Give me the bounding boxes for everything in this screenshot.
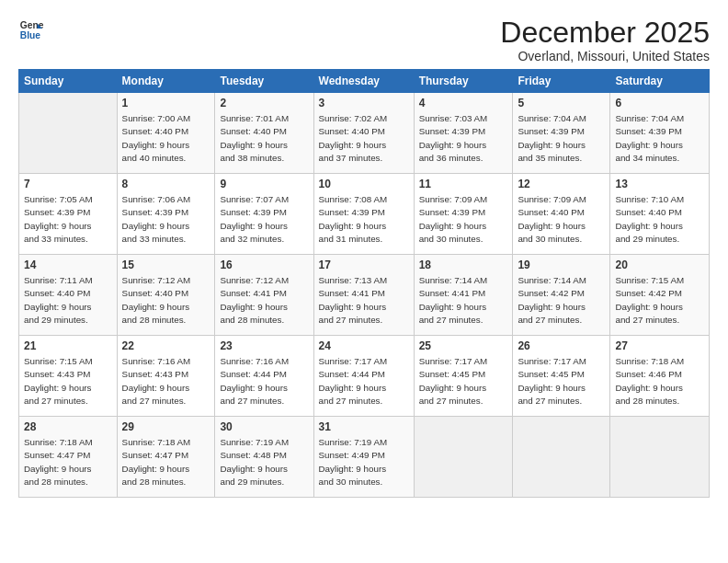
table-row: 24Sunrise: 7:17 AM Sunset: 4:44 PM Dayli… — [313, 336, 414, 417]
day-info: Sunrise: 7:00 AM Sunset: 4:40 PM Dayligh… — [122, 112, 210, 165]
table-row: 18Sunrise: 7:14 AM Sunset: 4:41 PM Dayli… — [414, 255, 513, 336]
day-info: Sunrise: 7:18 AM Sunset: 4:47 PM Dayligh… — [24, 436, 112, 488]
day-number: 11 — [419, 178, 508, 190]
day-info: Sunrise: 7:11 AM Sunset: 4:40 PM Dayligh… — [24, 274, 112, 327]
day-info: Sunrise: 7:13 AM Sunset: 4:41 PM Dayligh… — [319, 274, 409, 327]
day-info: Sunrise: 7:16 AM Sunset: 4:44 PM Dayligh… — [220, 355, 308, 408]
table-row: 31Sunrise: 7:19 AM Sunset: 4:49 PM Dayli… — [313, 417, 414, 498]
col-wednesday: Wednesday — [313, 70, 414, 93]
day-number: 12 — [518, 178, 605, 190]
table-row — [513, 417, 610, 498]
table-row: 8Sunrise: 7:06 AM Sunset: 4:39 PM Daylig… — [117, 174, 215, 255]
day-info: Sunrise: 7:17 AM Sunset: 4:44 PM Dayligh… — [319, 355, 409, 408]
day-number: 7 — [24, 178, 112, 190]
table-row: 15Sunrise: 7:12 AM Sunset: 4:40 PM Dayli… — [117, 255, 215, 336]
table-row: 19Sunrise: 7:14 AM Sunset: 4:42 PM Dayli… — [513, 255, 610, 336]
table-row: 14Sunrise: 7:11 AM Sunset: 4:40 PM Dayli… — [19, 255, 118, 336]
calendar-week-row: 21Sunrise: 7:15 AM Sunset: 4:43 PM Dayli… — [19, 336, 710, 417]
day-number: 18 — [419, 259, 508, 271]
day-info: Sunrise: 7:15 AM Sunset: 4:43 PM Dayligh… — [24, 355, 112, 408]
table-row: 13Sunrise: 7:10 AM Sunset: 4:40 PM Dayli… — [610, 174, 710, 255]
table-row: 16Sunrise: 7:12 AM Sunset: 4:41 PM Dayli… — [215, 255, 313, 336]
table-row: 26Sunrise: 7:17 AM Sunset: 4:45 PM Dayli… — [513, 336, 610, 417]
calendar-header-row: Sunday Monday Tuesday Wednesday Thursday… — [19, 70, 710, 93]
day-number: 31 — [319, 420, 409, 433]
calendar-week-row: 14Sunrise: 7:11 AM Sunset: 4:40 PM Dayli… — [19, 255, 710, 336]
col-friday: Friday — [513, 70, 610, 93]
day-number: 8 — [122, 178, 210, 190]
day-number: 29 — [122, 420, 210, 433]
day-number: 16 — [220, 259, 308, 271]
table-row: 23Sunrise: 7:16 AM Sunset: 4:44 PM Dayli… — [215, 336, 313, 417]
col-tuesday: Tuesday — [215, 70, 313, 93]
table-row: 4Sunrise: 7:03 AM Sunset: 4:39 PM Daylig… — [414, 93, 513, 174]
table-row: 6Sunrise: 7:04 AM Sunset: 4:39 PM Daylig… — [610, 93, 710, 174]
day-info: Sunrise: 7:01 AM Sunset: 4:40 PM Dayligh… — [220, 112, 308, 165]
day-info: Sunrise: 7:19 AM Sunset: 4:49 PM Dayligh… — [319, 436, 409, 488]
location-title: Overland, Missouri, United States — [500, 49, 710, 63]
day-info: Sunrise: 7:05 AM Sunset: 4:39 PM Dayligh… — [24, 193, 112, 246]
table-row: 22Sunrise: 7:16 AM Sunset: 4:43 PM Dayli… — [117, 336, 215, 417]
day-number: 9 — [220, 178, 308, 190]
calendar-table: Sunday Monday Tuesday Wednesday Thursday… — [18, 69, 710, 498]
day-info: Sunrise: 7:17 AM Sunset: 4:45 PM Dayligh… — [419, 355, 508, 408]
table-row — [19, 93, 118, 174]
table-row: 10Sunrise: 7:08 AM Sunset: 4:39 PM Dayli… — [313, 174, 414, 255]
day-info: Sunrise: 7:15 AM Sunset: 4:42 PM Dayligh… — [615, 274, 704, 327]
table-row: 25Sunrise: 7:17 AM Sunset: 4:45 PM Dayli… — [414, 336, 513, 417]
svg-text:General: General — [20, 20, 44, 30]
title-block: December 2025 Overland, Missouri, United… — [500, 17, 710, 63]
day-number: 14 — [24, 259, 112, 271]
day-number: 20 — [615, 259, 704, 271]
day-info: Sunrise: 7:08 AM Sunset: 4:39 PM Dayligh… — [319, 193, 409, 246]
day-info: Sunrise: 7:14 AM Sunset: 4:42 PM Dayligh… — [518, 274, 605, 327]
day-number: 21 — [24, 339, 112, 352]
day-number: 2 — [220, 97, 308, 109]
day-info: Sunrise: 7:04 AM Sunset: 4:39 PM Dayligh… — [615, 112, 704, 165]
day-info: Sunrise: 7:18 AM Sunset: 4:47 PM Dayligh… — [122, 436, 210, 488]
day-info: Sunrise: 7:03 AM Sunset: 4:39 PM Dayligh… — [419, 112, 508, 165]
day-info: Sunrise: 7:17 AM Sunset: 4:45 PM Dayligh… — [518, 355, 605, 408]
table-row: 29Sunrise: 7:18 AM Sunset: 4:47 PM Dayli… — [117, 417, 215, 498]
page-header: General Blue December 2025 Overland, Mis… — [18, 17, 710, 63]
col-saturday: Saturday — [610, 70, 710, 93]
day-info: Sunrise: 7:12 AM Sunset: 4:40 PM Dayligh… — [122, 274, 210, 327]
table-row: 17Sunrise: 7:13 AM Sunset: 4:41 PM Dayli… — [313, 255, 414, 336]
table-row: 5Sunrise: 7:04 AM Sunset: 4:39 PM Daylig… — [513, 93, 610, 174]
day-number: 15 — [122, 259, 210, 271]
day-info: Sunrise: 7:09 AM Sunset: 4:40 PM Dayligh… — [518, 193, 605, 246]
table-row: 1Sunrise: 7:00 AM Sunset: 4:40 PM Daylig… — [117, 93, 215, 174]
logo-icon: General Blue — [18, 17, 44, 42]
day-number: 10 — [319, 178, 409, 190]
day-number: 25 — [419, 339, 508, 352]
calendar-week-row: 1Sunrise: 7:00 AM Sunset: 4:40 PM Daylig… — [19, 93, 710, 174]
day-number: 19 — [518, 259, 605, 271]
day-number: 30 — [220, 420, 308, 433]
table-row: 2Sunrise: 7:01 AM Sunset: 4:40 PM Daylig… — [215, 93, 313, 174]
day-info: Sunrise: 7:07 AM Sunset: 4:39 PM Dayligh… — [220, 193, 308, 246]
day-number: 5 — [518, 97, 605, 109]
table-row: 30Sunrise: 7:19 AM Sunset: 4:48 PM Dayli… — [215, 417, 313, 498]
table-row — [610, 417, 710, 498]
col-monday: Monday — [117, 70, 215, 93]
day-info: Sunrise: 7:06 AM Sunset: 4:39 PM Dayligh… — [122, 193, 210, 246]
table-row — [414, 417, 513, 498]
day-number: 4 — [419, 97, 508, 109]
day-number: 23 — [220, 339, 308, 352]
month-title: December 2025 — [500, 17, 710, 49]
svg-text:Blue: Blue — [20, 30, 41, 40]
table-row: 11Sunrise: 7:09 AM Sunset: 4:39 PM Dayli… — [414, 174, 513, 255]
table-row: 27Sunrise: 7:18 AM Sunset: 4:46 PM Dayli… — [610, 336, 710, 417]
day-number: 6 — [615, 97, 704, 109]
table-row: 12Sunrise: 7:09 AM Sunset: 4:40 PM Dayli… — [513, 174, 610, 255]
table-row: 21Sunrise: 7:15 AM Sunset: 4:43 PM Dayli… — [19, 336, 118, 417]
day-info: Sunrise: 7:12 AM Sunset: 4:41 PM Dayligh… — [220, 274, 308, 327]
day-info: Sunrise: 7:16 AM Sunset: 4:43 PM Dayligh… — [122, 355, 210, 408]
col-thursday: Thursday — [414, 70, 513, 93]
day-number: 24 — [319, 339, 409, 352]
day-info: Sunrise: 7:14 AM Sunset: 4:41 PM Dayligh… — [419, 274, 508, 327]
table-row: 28Sunrise: 7:18 AM Sunset: 4:47 PM Dayli… — [19, 417, 118, 498]
col-sunday: Sunday — [19, 70, 118, 93]
day-info: Sunrise: 7:02 AM Sunset: 4:40 PM Dayligh… — [319, 112, 409, 165]
day-number: 28 — [24, 420, 112, 433]
